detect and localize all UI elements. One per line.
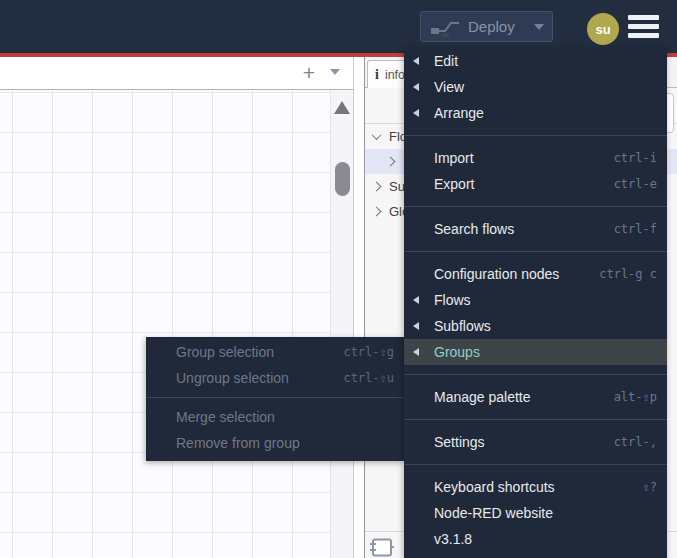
flow-icon: [370, 538, 394, 558]
menu-item-search-flows[interactable]: Search flows ctrl-f: [404, 216, 667, 242]
menu-item-label: Merge selection: [176, 409, 275, 425]
menu-item-shortcut: ⇧?: [643, 480, 657, 494]
menu-item-label: Edit: [434, 53, 458, 69]
flow-list-caret-icon[interactable]: [330, 69, 340, 75]
scrollbar-thumb[interactable]: [335, 162, 350, 196]
submenu-arrow-left-icon: [413, 296, 419, 304]
menu-item-view[interactable]: View: [404, 74, 667, 100]
hamburger-icon-bar: [628, 33, 659, 38]
menu-item-label: Manage palette: [434, 389, 531, 405]
menu-item-keyboard-shortcuts[interactable]: Keyboard shortcuts ⇧?: [404, 474, 667, 500]
deploy-options-caret-icon[interactable]: [534, 24, 544, 30]
menu-item-label: Node-RED website: [434, 505, 553, 521]
menu-item-label: Group selection: [176, 344, 274, 360]
menu-item-label: Search flows: [434, 221, 514, 237]
menu-item-label: Subflows: [434, 318, 491, 334]
menu-item-merge-selection[interactable]: Merge selection: [146, 404, 404, 430]
tab-info-label: info: [385, 68, 405, 82]
chevron-down-icon[interactable]: [372, 130, 382, 140]
chevron-right-icon[interactable]: [372, 207, 382, 217]
menu-item-ungroup-selection[interactable]: Ungroup selection ctrl-⇧u: [146, 365, 404, 391]
menu-separator: [404, 206, 667, 207]
menu-item-shortcut: ctrl-g c: [599, 267, 657, 281]
menu-item-label: View: [434, 79, 464, 95]
menu-item-label: Groups: [434, 344, 480, 360]
main-menu-button[interactable]: [628, 14, 659, 40]
menu-item-label: Import: [434, 150, 474, 166]
menu-separator: [404, 374, 667, 375]
menu-separator: [404, 251, 667, 252]
menu-item-label: Flows: [434, 292, 471, 308]
chevron-right-icon[interactable]: [386, 157, 396, 167]
submenu-arrow-left-icon: [413, 109, 419, 117]
deploy-button[interactable]: Deploy: [420, 11, 553, 42]
menu-item-remove-from-group[interactable]: Remove from group: [146, 430, 404, 456]
menu-item-shortcut: ctrl-,: [614, 435, 657, 449]
menu-item-label: Configuration nodes: [434, 266, 559, 282]
menu-item-nodered-website[interactable]: Node-RED website: [404, 500, 667, 526]
menu-item-version[interactable]: v3.1.8: [404, 526, 667, 552]
menu-item-shortcut: ctrl-f: [614, 222, 657, 236]
menu-item-groups[interactable]: Groups: [404, 339, 667, 365]
hamburger-icon-bar: [628, 15, 659, 20]
menu-item-label: Remove from group: [176, 435, 300, 451]
menu-item-shortcut: ctrl-⇧u: [343, 371, 394, 385]
submenu-arrow-left-icon: [413, 322, 419, 330]
menu-item-label: v3.1.8: [434, 531, 472, 547]
app-header: Deploy su: [0, 0, 677, 53]
menu-separator: [146, 397, 404, 398]
groups-submenu: Group selection ctrl-⇧g Ungroup selectio…: [146, 337, 404, 461]
flow-canvas[interactable]: [0, 90, 353, 558]
submenu-arrow-left-icon: [413, 57, 419, 65]
menu-item-subflows[interactable]: Subflows: [404, 313, 667, 339]
menu-item-label: Keyboard shortcuts: [434, 479, 555, 495]
menu-item-label: Export: [434, 176, 474, 192]
menu-item-group-selection[interactable]: Group selection ctrl-⇧g: [146, 339, 404, 365]
menu-item-edit[interactable]: Edit: [404, 48, 667, 74]
menu-item-flows[interactable]: Flows: [404, 287, 667, 313]
chevron-right-icon[interactable]: [372, 182, 382, 192]
submenu-arrow-left-icon: [413, 348, 419, 356]
menu-item-shortcut: alt-⇧p: [614, 390, 657, 404]
canvas-vertical-scrollbar[interactable]: [330, 90, 353, 558]
info-icon: i: [375, 67, 379, 83]
menu-item-label: Arrange: [434, 105, 484, 121]
menu-separator: [404, 135, 667, 136]
scroll-up-arrow-icon[interactable]: [334, 101, 350, 114]
user-avatar[interactable]: su: [587, 13, 619, 45]
menu-item-shortcut: ctrl-i: [614, 151, 657, 165]
flow-tab-bar: +: [0, 57, 353, 90]
hamburger-icon-bar: [628, 24, 659, 29]
sidebar-splitter[interactable]: [353, 57, 364, 558]
menu-item-settings[interactable]: Settings ctrl-,: [404, 429, 667, 455]
menu-item-label: Ungroup selection: [176, 370, 289, 386]
deploy-button-label: Deploy: [468, 18, 515, 35]
submenu-arrow-left-icon: [413, 83, 419, 91]
menu-item-shortcut: ctrl-⇧g: [343, 345, 394, 359]
menu-item-arrange[interactable]: Arrange: [404, 100, 667, 126]
menu-item-import[interactable]: Import ctrl-i: [404, 145, 667, 171]
menu-item-configuration-nodes[interactable]: Configuration nodes ctrl-g c: [404, 261, 667, 287]
menu-separator: [404, 464, 667, 465]
menu-item-shortcut: ctrl-e: [614, 177, 657, 191]
deploy-icon: [430, 17, 460, 37]
menu-item-manage-palette[interactable]: Manage palette alt-⇧p: [404, 384, 667, 410]
menu-separator: [404, 419, 667, 420]
menu-item-export[interactable]: Export ctrl-e: [404, 171, 667, 197]
add-flow-button[interactable]: +: [296, 59, 322, 87]
menu-item-label: Settings: [434, 434, 485, 450]
main-menu: Edit View Arrange Import ctrl-i Export c…: [404, 47, 667, 558]
